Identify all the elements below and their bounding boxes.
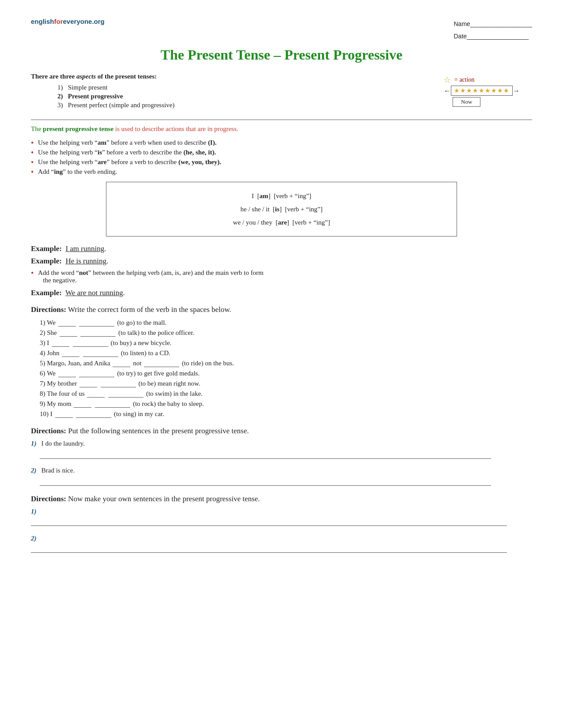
action-row: ☆ = action <box>444 75 475 85</box>
exercise-1: 1) We (to go) to the mall. <box>40 319 532 326</box>
exercise-list: 1) We (to go) to the mall. 2) She (to ta… <box>31 319 532 418</box>
arrow-right-icon: → <box>513 87 520 95</box>
transform-1-line <box>40 450 491 459</box>
transform-section: 1) I do the laundry. 2) Brad is nice. <box>31 440 532 486</box>
directions-1-text: Write the correct form of the verb in th… <box>68 305 231 314</box>
page-title: The Present Tense – Present Progressive <box>31 47 532 63</box>
exercise-3: 3) I (to buy) a new bicycle. <box>40 339 532 347</box>
section-divider <box>31 120 532 120</box>
negative-bullet-list: Add the word “not” between the helping v… <box>31 269 532 284</box>
transform-1-num: 1) <box>31 440 37 447</box>
bullet-4: Add “ing” to the verb ending. <box>31 168 532 176</box>
negative-example-text: We are not running <box>65 289 123 297</box>
formula-line-1: I [am] [verb + “ing”] <box>124 189 439 203</box>
negative-example: Example: We are not running. <box>31 289 532 297</box>
directions-2: Directions: Put the following sentences … <box>31 427 532 435</box>
action-label: = action <box>454 76 475 83</box>
example-1: Example: I am running. <box>31 244 532 253</box>
aspects-list: 1) Simple present 2) Present progressive… <box>31 84 413 109</box>
negative-bullet: Add the word “not” between the helping v… <box>31 269 532 284</box>
example-1-text: I am running <box>65 244 104 253</box>
directions-3-label: Directions: <box>31 495 66 503</box>
directions-2-text: Put the following sentences in the prese… <box>68 427 249 435</box>
example-1-label: Example: <box>31 244 62 253</box>
directions-3: Directions: Now make your own sentences … <box>31 495 532 503</box>
bullet-3: Use the helping verb “are” before a verb… <box>31 158 532 166</box>
own-2: 2) <box>31 535 532 553</box>
example-2-label: Example: <box>31 257 62 265</box>
directions-2-label: Directions: <box>31 427 66 435</box>
transform-2-num: 2) <box>31 467 37 474</box>
ppt-description: The present progressive tense is used to… <box>31 125 532 133</box>
own-2-num: 2) <box>31 535 37 542</box>
example-2: Example: He is running. <box>31 257 532 266</box>
bullet-list: Use the helping verb “am” before a verb … <box>31 139 532 176</box>
exercise-6: 6) We (to try) to get five gold medals. <box>40 369 532 377</box>
bullet-2: Use the helping verb “is” before a verb … <box>31 149 532 156</box>
star-icon: ☆ <box>444 75 451 85</box>
aspect-1: 1) Simple present <box>57 84 413 91</box>
transform-2-line <box>40 477 491 486</box>
arrow-left-icon: ← <box>444 87 451 95</box>
exercise-10: 10) I (to sing) in my car. <box>40 410 532 418</box>
exercise-9: 9) My mom (to rock) the baby to sleep. <box>40 400 532 408</box>
own-1-num: 1) <box>31 508 37 515</box>
own-1: 1) <box>31 508 532 526</box>
transform-2: 2) Brad is nice. <box>31 467 532 486</box>
name-date-area: Name__________________ Date_____________… <box>454 18 533 42</box>
transform-1: 1) I do the laundry. <box>31 440 532 459</box>
stars-display: ★★★★★★★★★ <box>451 86 513 96</box>
directions-1: Directions: Write the correct form of th… <box>31 305 532 314</box>
formula-line-2: he / she / it [is] [verb + “ing”] <box>124 203 439 216</box>
bullet-1: Use the helping verb “am” before a verb … <box>31 139 532 146</box>
page-header: englishforeveryone.org Name_____________… <box>31 18 532 42</box>
example-2-text: He is running <box>65 257 106 265</box>
transform-1-text: I do the laundry. <box>42 440 85 447</box>
now-label: Now <box>461 98 472 105</box>
intro-section: There are three aspects of the present t… <box>31 73 532 113</box>
negative-example-label: Example: <box>31 289 62 297</box>
formula-line-3: we / you / they [are] [verb + “ing”] <box>124 216 439 229</box>
exercise-4: 4) John (to listen) to a CD. <box>40 349 532 357</box>
directions-1-label: Directions: <box>31 305 66 314</box>
exercise-7: 7) My brother (to be) mean right now. <box>40 379 532 387</box>
own-section: 1) 2) <box>31 508 532 553</box>
timeline-area: ☆ = action ← ★★★★★★★★★ → Now <box>444 75 532 107</box>
exercise-5: 5) Margo, Juan, and Anika not (to ride) … <box>40 359 532 367</box>
formula-box: I [am] [verb + “ing”] he / she / it [is]… <box>106 182 457 236</box>
exercise-8: 8) The four of us (to swim) in the lake. <box>40 390 532 398</box>
aspect-3: 3) Present perfect (simple and progressi… <box>57 101 413 109</box>
exercise-2: 2) She (to talk) to the police officer. <box>40 329 532 337</box>
own-1-line <box>31 517 507 526</box>
intro-text: There are three aspects of the present t… <box>31 73 413 80</box>
site-name: englishforeveryone.org <box>31 18 105 26</box>
timeline-row: ← ★★★★★★★★★ → <box>444 86 520 96</box>
own-2-line <box>31 544 507 553</box>
transform-2-text: Brad is nice. <box>42 467 75 474</box>
aspect-2: 2) Present progressive <box>57 93 413 100</box>
directions-3-text: Now make your own sentences in the prese… <box>68 495 260 503</box>
now-box: Now <box>453 97 480 107</box>
